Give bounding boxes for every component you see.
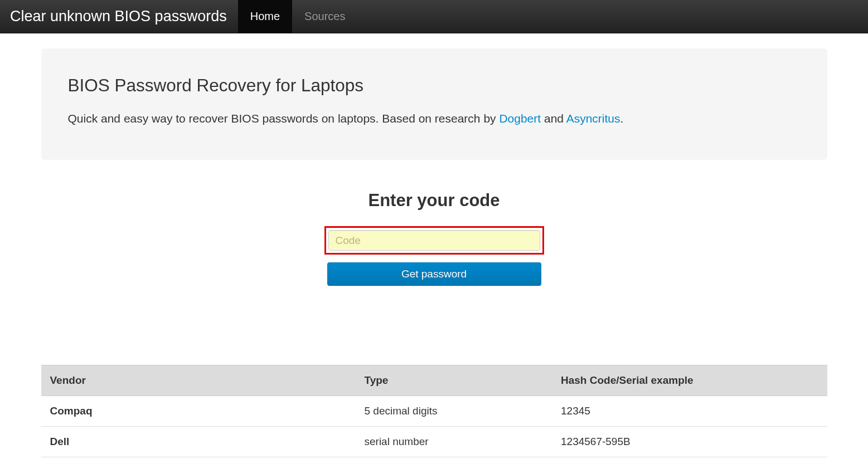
code-input-highlight xyxy=(324,226,544,255)
hero-lead-mid: and xyxy=(541,112,566,125)
vendor-table: Vendor Type Hash Code/Serial example Com… xyxy=(41,365,827,457)
col-example: Hash Code/Serial example xyxy=(552,365,827,396)
hero-title: BIOS Password Recovery for Laptops xyxy=(68,75,801,96)
get-password-button[interactable]: Get password xyxy=(327,262,541,286)
site-brand[interactable]: Clear unknown BIOS passwords xyxy=(10,0,238,33)
nav-home[interactable]: Home xyxy=(238,0,292,33)
link-asyncritus[interactable]: Asyncritus xyxy=(566,112,620,125)
navbar: Clear unknown BIOS passwords Home Source… xyxy=(0,0,868,33)
cell-type: serial number xyxy=(356,427,552,457)
cell-type: 5 decimal digits xyxy=(356,396,552,427)
code-input[interactable] xyxy=(328,230,540,251)
vendor-table-wrap: Vendor Type Hash Code/Serial example Com… xyxy=(41,365,827,457)
hero-panel: BIOS Password Recovery for Laptops Quick… xyxy=(41,48,827,160)
table-row: Dell serial number 1234567-595B xyxy=(41,427,827,457)
hero-lead-pre: Quick and easy way to recover BIOS passw… xyxy=(68,112,500,125)
cell-example: 12345 xyxy=(552,396,827,427)
cell-vendor: Compaq xyxy=(41,396,356,427)
cell-example: 1234567-595B xyxy=(552,427,827,457)
form-section: Enter your code Get password xyxy=(41,191,827,286)
nav-sources[interactable]: Sources xyxy=(292,0,357,33)
cell-vendor: Dell xyxy=(41,427,356,457)
link-dogbert[interactable]: Dogbert xyxy=(499,112,541,125)
col-type: Type xyxy=(356,365,552,396)
table-row: Compaq 5 decimal digits 12345 xyxy=(41,396,827,427)
hero-lead-post: . xyxy=(620,112,624,125)
hero-lead: Quick and easy way to recover BIOS passw… xyxy=(68,110,801,126)
col-vendor: Vendor xyxy=(41,365,356,396)
form-heading: Enter your code xyxy=(41,191,827,211)
